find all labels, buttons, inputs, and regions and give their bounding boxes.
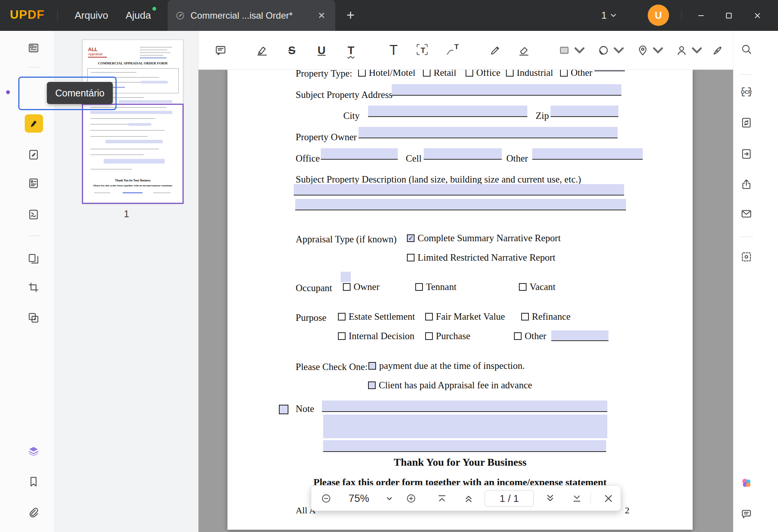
property-type-option[interactable]: Industrial <box>506 70 553 78</box>
appraisal-option-complete[interactable]: ✓Complete Summary Narrative Report <box>407 233 561 244</box>
close-zoom-toolbar-button[interactable] <box>601 491 616 506</box>
checkbox-icon[interactable] <box>521 313 529 320</box>
property-type-other-field[interactable] <box>594 70 625 71</box>
thumbnail-panel-icon[interactable] <box>24 39 43 57</box>
text-callout-icon[interactable]: T <box>443 41 462 59</box>
checkbox-icon[interactable] <box>415 283 423 291</box>
purpose-option[interactable]: Refinance <box>521 311 570 322</box>
checkbox-icon[interactable] <box>519 283 527 291</box>
purpose-option[interactable]: Estate Settlement <box>338 311 415 322</box>
checkbox-icon[interactable] <box>407 254 415 261</box>
capture-icon[interactable] <box>737 248 756 266</box>
scroll-to-top-button[interactable] <box>434 491 450 506</box>
cell-field[interactable] <box>424 148 502 160</box>
property-type-option[interactable]: Hotel/Motel <box>358 70 415 78</box>
checkbox-icon[interactable] <box>514 332 522 340</box>
text-box-icon[interactable]: T <box>414 41 432 59</box>
organize-pages-icon[interactable] <box>24 250 43 268</box>
highlighter-icon[interactable] <box>253 41 271 59</box>
form-tool-icon[interactable] <box>24 174 43 192</box>
page-extract-icon[interactable] <box>737 145 756 163</box>
sign-tool-icon[interactable] <box>24 205 43 224</box>
payment-due-option[interactable]: payment due at the time of inspection. <box>368 361 525 371</box>
zoom-out-button[interactable] <box>319 491 334 506</box>
checkbox-icon[interactable] <box>343 283 351 291</box>
note-comment-icon[interactable] <box>211 41 230 59</box>
strikethrough-icon[interactable]: S <box>283 41 301 59</box>
scroll-to-bottom-button[interactable] <box>569 491 584 506</box>
checkbox-icon[interactable] <box>338 332 346 340</box>
office-field[interactable] <box>321 148 398 160</box>
convert-icon[interactable] <box>737 114 756 132</box>
attachment-icon[interactable] <box>24 503 43 522</box>
note-checkbox-icon[interactable] <box>279 405 288 414</box>
checkbox-icon[interactable] <box>425 313 433 320</box>
description-field-2[interactable] <box>295 199 626 210</box>
checkbox-checked-icon[interactable]: ✓ <box>407 234 415 242</box>
city-field[interactable] <box>368 106 527 117</box>
signature-icon[interactable] <box>709 41 727 59</box>
ocr-icon[interactable]: OCR <box>737 83 756 101</box>
note-field-2[interactable] <box>323 415 607 438</box>
menu-file[interactable]: Arquivo <box>70 0 112 31</box>
add-text-icon[interactable]: T <box>384 41 403 59</box>
maximize-button[interactable] <box>719 0 738 31</box>
minimize-button[interactable] <box>692 0 711 31</box>
chat-feedback-icon[interactable] <box>737 505 756 523</box>
note-field-3[interactable] <box>323 440 606 452</box>
property-type-option[interactable]: Retail <box>423 70 456 78</box>
next-page-button[interactable] <box>543 491 558 506</box>
tab-close-icon[interactable]: ✕ <box>315 10 328 22</box>
edit-tool-icon[interactable] <box>24 146 43 164</box>
occupant-option[interactable]: Owner <box>343 282 379 292</box>
zoom-dropdown-chevron[interactable] <box>384 491 395 506</box>
squiggly-underline-icon[interactable]: T <box>342 41 360 59</box>
owner-field[interactable] <box>359 127 618 138</box>
shape-ellipse-icon[interactable] <box>597 41 626 59</box>
address-field[interactable] <box>392 84 621 96</box>
description-field-1[interactable] <box>294 184 624 195</box>
purpose-other-field[interactable] <box>551 330 608 341</box>
purpose-option[interactable]: Fair Market Value <box>425 311 505 322</box>
close-window-button[interactable] <box>746 0 769 31</box>
purpose-option[interactable]: Purchase <box>425 331 470 341</box>
watermark-tool-icon[interactable] <box>24 309 43 327</box>
pin-icon[interactable] <box>636 41 665 59</box>
checkbox-icon[interactable] <box>506 70 514 77</box>
occupant-option[interactable]: Vacant <box>519 282 555 292</box>
appraisal-option-limited[interactable]: Limited Restricted Narrative Report <box>407 252 555 263</box>
property-type-option[interactable]: Office <box>466 70 500 78</box>
avatar[interactable]: U <box>648 5 669 26</box>
eraser-icon[interactable] <box>515 41 533 59</box>
client-paid-option[interactable]: Client has paid Appraisal fee in advance <box>368 380 532 391</box>
layers-stack-icon[interactable] <box>24 442 43 460</box>
checkbox-icon[interactable] <box>425 332 433 340</box>
share-icon[interactable] <box>737 175 756 194</box>
thumbnail-viewport-rect[interactable] <box>82 104 184 204</box>
previous-page-button[interactable] <box>461 491 476 506</box>
checkbox-icon[interactable] <box>368 362 376 370</box>
new-tab-button[interactable]: + <box>342 7 359 24</box>
crop-tool-icon[interactable] <box>24 278 43 296</box>
checkbox-icon[interactable] <box>466 70 473 77</box>
comment-tool-icon[interactable] <box>25 114 43 133</box>
checkbox-icon[interactable] <box>423 70 431 77</box>
search-icon[interactable] <box>737 40 756 58</box>
checkbox-icon[interactable] <box>358 70 366 77</box>
purpose-option[interactable]: Other <box>514 331 546 341</box>
bookmark-icon[interactable] <box>24 473 43 491</box>
checkbox-icon[interactable] <box>560 70 568 77</box>
document-tab[interactable]: Commercial ...isal Order* ✕ <box>168 0 335 31</box>
property-type-option[interactable]: Other <box>560 70 592 78</box>
window-count-dropdown[interactable]: 1 <box>601 0 616 31</box>
shape-rectangle-icon[interactable] <box>557 41 586 59</box>
stamp-icon[interactable] <box>675 41 704 59</box>
note-field-1[interactable] <box>322 401 607 412</box>
email-icon[interactable] <box>737 205 756 223</box>
ai-assistant-icon[interactable] <box>737 474 756 492</box>
page-indicator[interactable]: 1 / 1 <box>485 490 534 507</box>
zip-field[interactable] <box>551 106 618 117</box>
other-phone-field[interactable] <box>532 148 643 160</box>
underline-icon[interactable]: U <box>312 41 331 59</box>
zoom-in-button[interactable] <box>403 491 419 506</box>
